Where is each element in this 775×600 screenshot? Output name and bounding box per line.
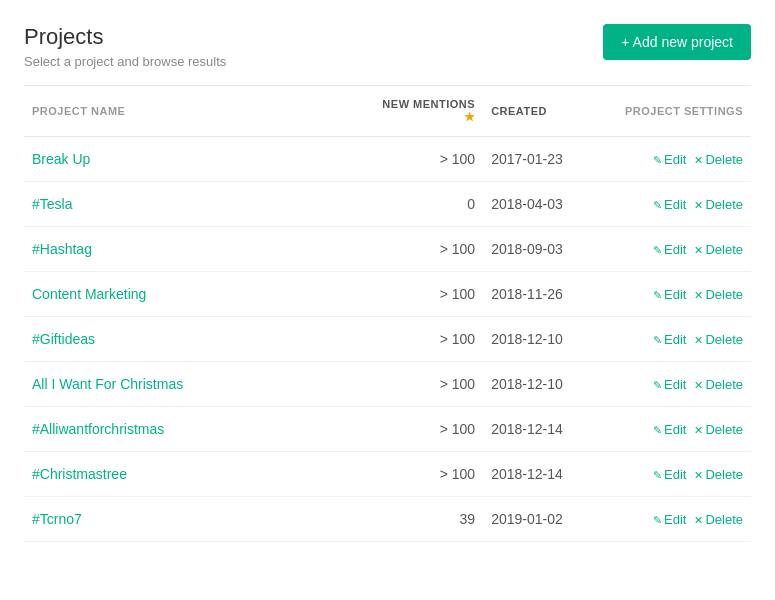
pencil-icon: ✎ xyxy=(653,154,662,166)
created-cell: 2018-12-10 xyxy=(483,362,598,407)
edit-button[interactable]: ✎Edit xyxy=(653,422,686,437)
delete-button[interactable]: ✕Delete xyxy=(694,197,743,212)
created-cell: 2018-04-03 xyxy=(483,182,598,227)
table-header: PROJECT NAME NEW MENTIONS ★ CREATED PROJ… xyxy=(24,86,751,137)
delete-button[interactable]: ✕Delete xyxy=(694,377,743,392)
page-title: Projects xyxy=(24,24,226,50)
x-icon: ✕ xyxy=(694,199,703,211)
col-header-settings: PROJECT SETTINGS xyxy=(598,86,751,137)
col-header-name: PROJECT NAME xyxy=(24,86,368,137)
edit-button[interactable]: ✎Edit xyxy=(653,242,686,257)
created-cell: 2018-12-14 xyxy=(483,407,598,452)
pencil-icon: ✎ xyxy=(653,424,662,436)
settings-cell: ✎Edit✕Delete xyxy=(598,272,751,317)
table-row: #Alliwantforchristmas> 1002018-12-14✎Edi… xyxy=(24,407,751,452)
table-row: All I Want For Christmas> 1002018-12-10✎… xyxy=(24,362,751,407)
table-body: Break Up> 1002017-01-23✎Edit✕Delete#Tesl… xyxy=(24,137,751,542)
table-row: #Christmastree> 1002018-12-14✎Edit✕Delet… xyxy=(24,452,751,497)
delete-button[interactable]: ✕Delete xyxy=(694,467,743,482)
edit-button[interactable]: ✎Edit xyxy=(653,197,686,212)
mentions-cell: > 100 xyxy=(368,317,483,362)
header-text: Projects Select a project and browse res… xyxy=(24,24,226,69)
edit-button[interactable]: ✎Edit xyxy=(653,377,686,392)
delete-button[interactable]: ✕Delete xyxy=(694,512,743,527)
settings-cell: ✎Edit✕Delete xyxy=(598,497,751,542)
project-name-link[interactable]: #Giftideas xyxy=(32,331,95,347)
table-row: #Giftideas> 1002018-12-10✎Edit✕Delete xyxy=(24,317,751,362)
mentions-cell: > 100 xyxy=(368,227,483,272)
mentions-cell: 39 xyxy=(368,497,483,542)
edit-button[interactable]: ✎Edit xyxy=(653,332,686,347)
page-header: Projects Select a project and browse res… xyxy=(0,0,775,85)
table-row: Content Marketing> 1002018-11-26✎Edit✕De… xyxy=(24,272,751,317)
pencil-icon: ✎ xyxy=(653,514,662,526)
table-row: Break Up> 1002017-01-23✎Edit✕Delete xyxy=(24,137,751,182)
x-icon: ✕ xyxy=(694,514,703,526)
delete-button[interactable]: ✕Delete xyxy=(694,332,743,347)
pencil-icon: ✎ xyxy=(653,289,662,301)
pencil-icon: ✎ xyxy=(653,244,662,256)
project-name-link[interactable]: #Hashtag xyxy=(32,241,92,257)
pencil-icon: ✎ xyxy=(653,469,662,481)
delete-button[interactable]: ✕Delete xyxy=(694,152,743,167)
created-cell: 2017-01-23 xyxy=(483,137,598,182)
edit-button[interactable]: ✎Edit xyxy=(653,512,686,527)
edit-button[interactable]: ✎Edit xyxy=(653,467,686,482)
x-icon: ✕ xyxy=(694,469,703,481)
pencil-icon: ✎ xyxy=(653,334,662,346)
col-header-mentions: NEW MENTIONS ★ xyxy=(368,86,483,137)
mentions-cell: > 100 xyxy=(368,137,483,182)
table-header-row: PROJECT NAME NEW MENTIONS ★ CREATED PROJ… xyxy=(24,86,751,137)
project-name-link[interactable]: Content Marketing xyxy=(32,286,146,302)
x-icon: ✕ xyxy=(694,154,703,166)
projects-table: PROJECT NAME NEW MENTIONS ★ CREATED PROJ… xyxy=(24,86,751,542)
created-cell: 2018-12-14 xyxy=(483,452,598,497)
table-row: #Tcrno7392019-01-02✎Edit✕Delete xyxy=(24,497,751,542)
project-name-link[interactable]: All I Want For Christmas xyxy=(32,376,183,392)
delete-button[interactable]: ✕Delete xyxy=(694,242,743,257)
delete-button[interactable]: ✕Delete xyxy=(694,422,743,437)
settings-cell: ✎Edit✕Delete xyxy=(598,452,751,497)
mentions-cell: > 100 xyxy=(368,452,483,497)
add-new-project-button[interactable]: + Add new project xyxy=(603,24,751,60)
mentions-cell: > 100 xyxy=(368,362,483,407)
settings-cell: ✎Edit✕Delete xyxy=(598,317,751,362)
created-cell: 2019-01-02 xyxy=(483,497,598,542)
table-row: #Hashtag> 1002018-09-03✎Edit✕Delete xyxy=(24,227,751,272)
settings-cell: ✎Edit✕Delete xyxy=(598,362,751,407)
project-name-link[interactable]: Break Up xyxy=(32,151,90,167)
settings-cell: ✎Edit✕Delete xyxy=(598,227,751,272)
settings-cell: ✎Edit✕Delete xyxy=(598,182,751,227)
projects-table-wrapper: PROJECT NAME NEW MENTIONS ★ CREATED PROJ… xyxy=(0,86,775,542)
x-icon: ✕ xyxy=(694,424,703,436)
star-icon: ★ xyxy=(464,110,476,124)
x-icon: ✕ xyxy=(694,244,703,256)
project-name-link[interactable]: #Alliwantforchristmas xyxy=(32,421,164,437)
created-cell: 2018-09-03 xyxy=(483,227,598,272)
edit-button[interactable]: ✎Edit xyxy=(653,287,686,302)
settings-cell: ✎Edit✕Delete xyxy=(598,137,751,182)
delete-button[interactable]: ✕Delete xyxy=(694,287,743,302)
pencil-icon: ✎ xyxy=(653,199,662,211)
project-name-link[interactable]: #Tesla xyxy=(32,196,72,212)
table-row: #Tesla02018-04-03✎Edit✕Delete xyxy=(24,182,751,227)
project-name-link[interactable]: #Christmastree xyxy=(32,466,127,482)
x-icon: ✕ xyxy=(694,334,703,346)
created-cell: 2018-11-26 xyxy=(483,272,598,317)
x-icon: ✕ xyxy=(694,379,703,391)
page-subtitle: Select a project and browse results xyxy=(24,54,226,69)
pencil-icon: ✎ xyxy=(653,379,662,391)
settings-cell: ✎Edit✕Delete xyxy=(598,407,751,452)
mentions-cell: 0 xyxy=(368,182,483,227)
project-name-link[interactable]: #Tcrno7 xyxy=(32,511,82,527)
edit-button[interactable]: ✎Edit xyxy=(653,152,686,167)
mentions-cell: > 100 xyxy=(368,272,483,317)
x-icon: ✕ xyxy=(694,289,703,301)
mentions-cell: > 100 xyxy=(368,407,483,452)
col-header-created: CREATED xyxy=(483,86,598,137)
created-cell: 2018-12-10 xyxy=(483,317,598,362)
